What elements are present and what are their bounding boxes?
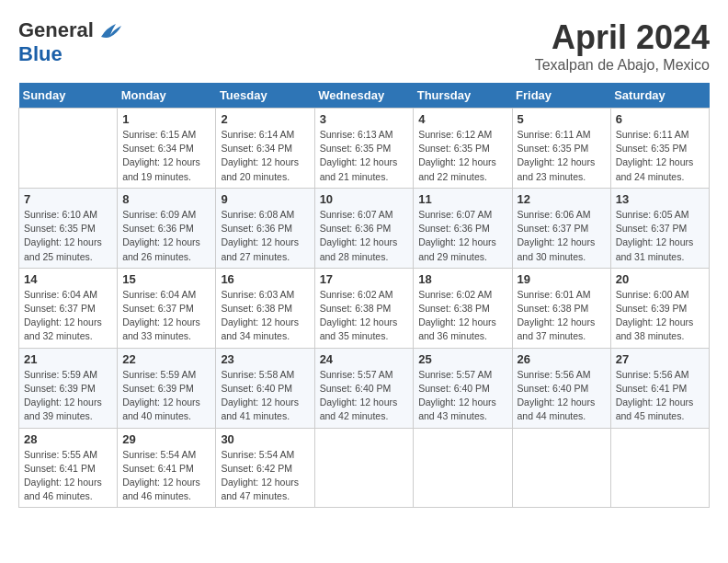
header: General Blue April 2024 Texalpan de Abaj… xyxy=(18,18,710,74)
calendar-day-cell: 8Sunrise: 6:09 AMSunset: 6:36 PMDaylight… xyxy=(118,188,216,268)
day-number: 17 xyxy=(320,272,409,286)
calendar-day-cell: 1Sunrise: 6:15 AMSunset: 6:34 PMDaylight… xyxy=(118,109,216,189)
day-number: 7 xyxy=(24,192,112,206)
calendar-day-cell: 25Sunrise: 5:57 AMSunset: 6:40 PMDayligh… xyxy=(414,348,512,428)
calendar-day-cell: 15Sunrise: 6:04 AMSunset: 6:37 PMDayligh… xyxy=(118,268,216,348)
calendar-day-cell: 17Sunrise: 6:02 AMSunset: 6:38 PMDayligh… xyxy=(314,268,414,348)
day-number: 15 xyxy=(122,272,210,286)
calendar-week-row: 28Sunrise: 5:55 AMSunset: 6:41 PMDayligh… xyxy=(19,428,710,508)
day-info: Sunrise: 6:10 AMSunset: 6:35 PMDaylight:… xyxy=(24,208,112,264)
day-info: Sunrise: 6:07 AMSunset: 6:36 PMDaylight:… xyxy=(418,208,506,264)
calendar-day-cell: 19Sunrise: 6:01 AMSunset: 6:38 PMDayligh… xyxy=(512,268,610,348)
day-number: 8 xyxy=(122,192,210,206)
day-number: 4 xyxy=(418,112,506,126)
calendar-header-row: SundayMondayTuesdayWednesdayThursdayFrid… xyxy=(19,83,710,109)
day-info: Sunrise: 6:15 AMSunset: 6:34 PMDaylight:… xyxy=(122,128,210,184)
calendar-day-cell: 24Sunrise: 5:57 AMSunset: 6:40 PMDayligh… xyxy=(314,348,414,428)
day-header-saturday: Saturday xyxy=(610,83,709,109)
day-header-thursday: Thursday xyxy=(414,83,512,109)
calendar-day-cell: 2Sunrise: 6:14 AMSunset: 6:34 PMDaylight… xyxy=(216,109,314,189)
day-info: Sunrise: 6:06 AMSunset: 6:37 PMDaylight:… xyxy=(518,208,606,264)
day-info: Sunrise: 6:14 AMSunset: 6:34 PMDaylight:… xyxy=(221,128,309,184)
calendar-week-row: 1Sunrise: 6:15 AMSunset: 6:34 PMDaylight… xyxy=(19,109,710,189)
day-number: 21 xyxy=(24,352,112,366)
calendar-day-cell: 13Sunrise: 6:05 AMSunset: 6:37 PMDayligh… xyxy=(610,188,709,268)
day-info: Sunrise: 5:54 AMSunset: 6:41 PMDaylight:… xyxy=(122,448,210,504)
day-number: 23 xyxy=(221,352,309,366)
day-number: 5 xyxy=(518,112,606,126)
calendar-week-row: 21Sunrise: 5:59 AMSunset: 6:39 PMDayligh… xyxy=(19,348,710,428)
day-info: Sunrise: 6:03 AMSunset: 6:38 PMDaylight:… xyxy=(221,288,309,344)
calendar-day-cell: 5Sunrise: 6:11 AMSunset: 6:35 PMDaylight… xyxy=(512,109,610,189)
calendar-empty-cell xyxy=(610,428,709,508)
day-info: Sunrise: 5:55 AMSunset: 6:41 PMDaylight:… xyxy=(24,448,112,504)
calendar-day-cell: 6Sunrise: 6:11 AMSunset: 6:35 PMDaylight… xyxy=(610,109,709,189)
calendar-day-cell: 29Sunrise: 5:54 AMSunset: 6:41 PMDayligh… xyxy=(118,428,216,508)
day-header-friday: Friday xyxy=(512,83,610,109)
day-info: Sunrise: 5:54 AMSunset: 6:42 PMDaylight:… xyxy=(221,448,309,504)
day-info: Sunrise: 6:12 AMSunset: 6:35 PMDaylight:… xyxy=(418,128,506,184)
calendar-day-cell: 26Sunrise: 5:56 AMSunset: 6:40 PMDayligh… xyxy=(512,348,610,428)
day-info: Sunrise: 5:56 AMSunset: 6:41 PMDaylight:… xyxy=(616,368,704,424)
day-info: Sunrise: 5:59 AMSunset: 6:39 PMDaylight:… xyxy=(24,368,112,424)
day-info: Sunrise: 6:08 AMSunset: 6:36 PMDaylight:… xyxy=(221,208,309,264)
calendar-week-row: 14Sunrise: 6:04 AMSunset: 6:37 PMDayligh… xyxy=(19,268,710,348)
calendar-day-cell: 20Sunrise: 6:00 AMSunset: 6:39 PMDayligh… xyxy=(610,268,709,348)
day-header-tuesday: Tuesday xyxy=(216,83,314,109)
logo-blue-text: Blue xyxy=(18,42,63,66)
title-area: April 2024 Texalpan de Abajo, Mexico xyxy=(535,18,710,74)
day-number: 30 xyxy=(221,432,309,446)
location: Texalpan de Abajo, Mexico xyxy=(535,57,710,74)
day-number: 29 xyxy=(122,432,210,446)
day-info: Sunrise: 6:01 AMSunset: 6:38 PMDaylight:… xyxy=(518,288,606,344)
day-info: Sunrise: 5:56 AMSunset: 6:40 PMDaylight:… xyxy=(518,368,606,424)
calendar-day-cell: 10Sunrise: 6:07 AMSunset: 6:36 PMDayligh… xyxy=(314,188,414,268)
day-info: Sunrise: 5:57 AMSunset: 6:40 PMDaylight:… xyxy=(418,368,506,424)
calendar-day-cell: 11Sunrise: 6:07 AMSunset: 6:36 PMDayligh… xyxy=(414,188,512,268)
day-number: 18 xyxy=(418,272,506,286)
day-header-wednesday: Wednesday xyxy=(314,83,414,109)
day-number: 11 xyxy=(418,192,506,206)
calendar-empty-cell xyxy=(512,428,610,508)
day-info: Sunrise: 5:59 AMSunset: 6:39 PMDaylight:… xyxy=(122,368,210,424)
calendar-empty-cell xyxy=(414,428,512,508)
day-number: 27 xyxy=(616,352,704,366)
day-info: Sunrise: 6:07 AMSunset: 6:36 PMDaylight:… xyxy=(320,208,409,264)
day-number: 28 xyxy=(24,432,112,446)
calendar-day-cell: 22Sunrise: 5:59 AMSunset: 6:39 PMDayligh… xyxy=(118,348,216,428)
day-number: 24 xyxy=(320,352,409,366)
day-number: 25 xyxy=(418,352,506,366)
day-number: 1 xyxy=(122,112,210,126)
day-info: Sunrise: 6:02 AMSunset: 6:38 PMDaylight:… xyxy=(320,288,409,344)
day-number: 16 xyxy=(221,272,309,286)
day-info: Sunrise: 6:02 AMSunset: 6:38 PMDaylight:… xyxy=(418,288,506,344)
calendar-day-cell: 4Sunrise: 6:12 AMSunset: 6:35 PMDaylight… xyxy=(414,109,512,189)
day-header-monday: Monday xyxy=(118,83,216,109)
month-title: April 2024 xyxy=(535,18,710,57)
calendar-empty-cell xyxy=(19,109,118,189)
day-info: Sunrise: 5:57 AMSunset: 6:40 PMDaylight:… xyxy=(320,368,409,424)
day-info: Sunrise: 6:09 AMSunset: 6:36 PMDaylight:… xyxy=(122,208,210,264)
calendar-day-cell: 23Sunrise: 5:58 AMSunset: 6:40 PMDayligh… xyxy=(216,348,314,428)
logo: General Blue xyxy=(18,18,123,66)
calendar-day-cell: 9Sunrise: 6:08 AMSunset: 6:36 PMDaylight… xyxy=(216,188,314,268)
day-number: 9 xyxy=(221,192,309,206)
logo-general-text: General xyxy=(18,18,94,42)
day-info: Sunrise: 5:58 AMSunset: 6:40 PMDaylight:… xyxy=(221,368,309,424)
day-number: 20 xyxy=(616,272,704,286)
day-info: Sunrise: 6:04 AMSunset: 6:37 PMDaylight:… xyxy=(24,288,112,344)
day-header-sunday: Sunday xyxy=(19,83,118,109)
day-number: 14 xyxy=(24,272,112,286)
calendar-week-row: 7Sunrise: 6:10 AMSunset: 6:35 PMDaylight… xyxy=(19,188,710,268)
day-number: 2 xyxy=(221,112,309,126)
day-number: 10 xyxy=(320,192,409,206)
day-info: Sunrise: 6:11 AMSunset: 6:35 PMDaylight:… xyxy=(518,128,606,184)
calendar-day-cell: 3Sunrise: 6:13 AMSunset: 6:35 PMDaylight… xyxy=(314,109,414,189)
day-info: Sunrise: 6:13 AMSunset: 6:35 PMDaylight:… xyxy=(320,128,409,184)
calendar-day-cell: 28Sunrise: 5:55 AMSunset: 6:41 PMDayligh… xyxy=(19,428,118,508)
day-number: 3 xyxy=(320,112,409,126)
logo-bird-icon xyxy=(97,20,123,40)
calendar-day-cell: 12Sunrise: 6:06 AMSunset: 6:37 PMDayligh… xyxy=(512,188,610,268)
calendar-table: SundayMondayTuesdayWednesdayThursdayFrid… xyxy=(18,83,710,508)
calendar-day-cell: 30Sunrise: 5:54 AMSunset: 6:42 PMDayligh… xyxy=(216,428,314,508)
